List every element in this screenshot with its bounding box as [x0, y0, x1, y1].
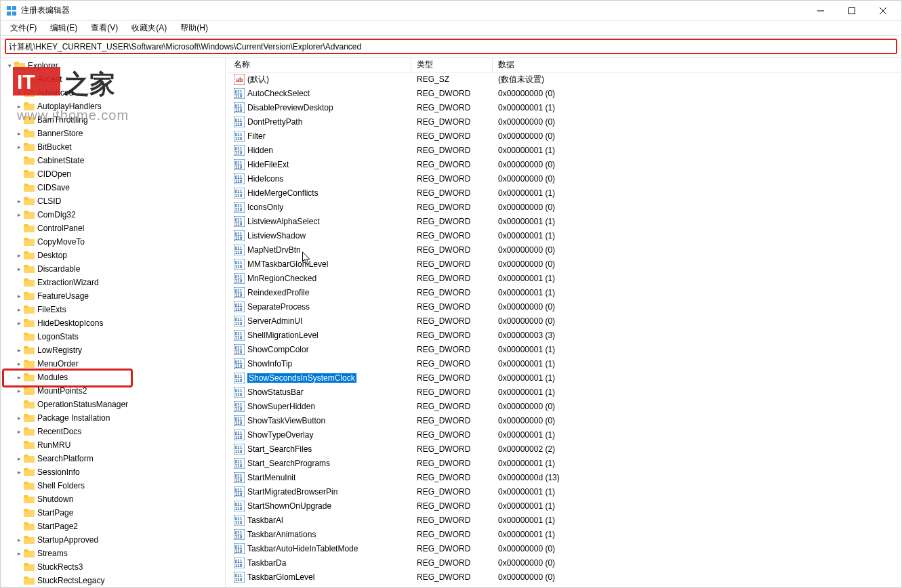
chevron-right-icon[interactable]: ▸ [14, 198, 24, 205]
chevron-right-icon[interactable]: ▸ [14, 76, 24, 83]
tree-item[interactable]: StartPage2 [1, 520, 225, 533]
column-header-name[interactable]: 名称 [228, 58, 411, 72]
list-row[interactable]: ShowSecondsInSystemClockREG_DWORD0x00000… [228, 371, 901, 385]
chevron-right-icon[interactable]: ▸ [14, 469, 24, 476]
tree-item[interactable]: ▸MountPoints2 [1, 384, 225, 398]
tree-item[interactable]: ControlPanel [1, 222, 225, 235]
chevron-right-icon[interactable]: ▸ [14, 320, 24, 327]
list-row[interactable]: TaskbarDaREG_DWORD0x00000000 (0) [228, 556, 901, 570]
list-row[interactable]: HideMergeConflictsREG_DWORD0x00000001 (1… [228, 186, 901, 201]
list-row[interactable]: ShowSuperHiddenREG_DWORD0x00000000 (0) [228, 400, 901, 414]
tree-item[interactable]: ▸BannerStore [1, 127, 225, 140]
list-row[interactable]: StartShownOnUpgradeREG_DWORD0x00000001 (… [228, 499, 901, 513]
chevron-right-icon[interactable]: ▸ [14, 103, 24, 110]
tree-item[interactable]: ▸LowRegistry [1, 343, 225, 357]
list-row[interactable]: ShellMigrationLevelREG_DWORD0x00000003 (… [228, 329, 901, 343]
tree-item[interactable]: ▸HideDesktopIcons [1, 316, 225, 330]
list-row[interactable]: ReindexedProfileREG_DWORD0x00000001 (1) [228, 286, 901, 300]
list-row[interactable]: HideFileExtREG_DWORD0x00000000 (0) [228, 158, 901, 172]
chevron-right-icon[interactable]: ▸ [14, 428, 24, 435]
list-row[interactable]: HideIconsREG_DWORD0x00000000 (0) [228, 172, 901, 186]
tree-item[interactable]: ▸ComDlg32 [1, 208, 225, 222]
list-row[interactable]: ShowTypeOverlayREG_DWORD0x00000001 (1) [228, 428, 901, 442]
tree-item[interactable]: ▸Streams [1, 547, 225, 560]
address-input[interactable] [6, 42, 896, 53]
list-row[interactable]: TaskbarGlomLevelREG_DWORD0x00000000 (0) [228, 570, 901, 585]
chevron-right-icon[interactable]: ▸ [14, 550, 24, 557]
chevron-right-icon[interactable]: ▸ [14, 387, 24, 394]
column-header-type[interactable]: 类型 [411, 58, 493, 72]
menu-favorites[interactable]: 收藏夹(A) [125, 21, 173, 35]
tree-item[interactable]: CIDSave [1, 181, 225, 194]
list-row[interactable]: FilterREG_DWORD0x00000000 (0) [228, 129, 901, 144]
tree-item[interactable]: ▸Desktop [1, 249, 225, 262]
close-button[interactable] [867, 1, 899, 21]
tree-item[interactable]: ▸SearchPlatform [1, 452, 225, 465]
tree-item[interactable]: Shutdown [1, 492, 225, 506]
menu-help[interactable]: 帮助(H) [173, 21, 215, 35]
chevron-right-icon[interactable]: ▸ [14, 211, 24, 218]
list-row[interactable]: StartMenuInitREG_DWORD0x0000000d (13) [228, 471, 901, 485]
chevron-right-icon[interactable]: ▸ [14, 306, 24, 313]
list-row[interactable]: ShowCompColorREG_DWORD0x00000001 (1) [228, 343, 901, 357]
list-row[interactable]: TaskbarAutoHideInTabletModeREG_DWORD0x00… [228, 542, 901, 556]
tree-item[interactable]: CopyMoveTo [1, 235, 225, 249]
tree-item[interactable]: ▸SessionInfo [1, 465, 225, 479]
tree-item[interactable]: ▸Accent [1, 72, 225, 86]
chevron-down-icon[interactable]: ▾ [5, 62, 14, 69]
chevron-right-icon[interactable]: ▸ [14, 89, 24, 96]
list-row[interactable]: Start_SearchFilesREG_DWORD0x00000002 (2) [228, 442, 901, 457]
list-row[interactable]: DontPrettyPathREG_DWORD0x00000000 (0) [228, 115, 901, 129]
list-row[interactable]: ListviewAlphaSelectREG_DWORD0x00000001 (… [228, 215, 901, 229]
tree-item[interactable]: ▸Discardable [1, 262, 225, 276]
tree-pane[interactable]: IT 之家 www.ithome.com ▾Explorer▸Accent▸Ad… [1, 58, 226, 588]
menu-edit[interactable]: 编辑(E) [43, 21, 84, 35]
chevron-right-icon[interactable]: ▸ [14, 537, 24, 543]
tree-item[interactable]: Shell Folders [1, 479, 225, 492]
list-row[interactable]: StartMigratedBrowserPinREG_DWORD0x000000… [228, 485, 901, 499]
menu-file[interactable]: 文件(F) [3, 21, 43, 35]
tree-item[interactable]: ▸StartupApproved [1, 533, 225, 547]
list-row[interactable]: MMTaskbarGlomLevelREG_DWORD0x00000000 (0… [228, 257, 901, 272]
chevron-right-icon[interactable]: ▸ [14, 144, 24, 150]
list-row[interactable]: DisablePreviewDesktopREG_DWORD0x00000001… [228, 101, 901, 115]
tree-item[interactable]: ▸Advanced [1, 86, 225, 100]
list-row[interactable]: Start_SearchProgramsREG_DWORD0x00000001 … [228, 457, 901, 471]
tree-item[interactable]: StuckRects3 [1, 560, 225, 574]
chevron-right-icon[interactable]: ▸ [14, 374, 24, 381]
tree-item[interactable]: ExtractionWizard [1, 276, 225, 289]
tree-item[interactable]: BamThrottling [1, 113, 225, 127]
list-row[interactable]: MapNetDrvBtnREG_DWORD0x00000000 (0) [228, 243, 901, 257]
maximize-button[interactable] [836, 1, 867, 21]
tree-item[interactable]: StartPage [1, 506, 225, 520]
tree-item[interactable]: ▸CLSID [1, 194, 225, 208]
menu-view[interactable]: 查看(V) [84, 21, 125, 35]
list-row[interactable]: TaskbarAnimationsREG_DWORD0x00000001 (1) [228, 528, 901, 542]
list-row[interactable]: TaskbarAlREG_DWORD0x00000001 (1) [228, 513, 901, 528]
tree-item[interactable]: RunMRU [1, 438, 225, 452]
chevron-right-icon[interactable]: ▸ [14, 415, 24, 421]
tree-item[interactable]: OperationStatusManager [1, 398, 225, 411]
tree-item[interactable]: ▸RecentDocs [1, 425, 225, 438]
column-header-data[interactable]: 数据 [493, 58, 901, 72]
tree-item[interactable]: ▾Explorer [1, 59, 225, 72]
list-row[interactable]: ServerAdminUIREG_DWORD0x00000000 (0) [228, 314, 901, 329]
minimize-button[interactable] [805, 1, 836, 21]
list-row[interactable]: ShowInfoTipREG_DWORD0x00000001 (1) [228, 357, 901, 371]
list-row[interactable]: IconsOnlyREG_DWORD0x00000000 (0) [228, 201, 901, 215]
list-row[interactable]: AutoCheckSelectREG_DWORD0x00000000 (0) [228, 87, 901, 101]
tree-item[interactable]: ▸BitBucket [1, 140, 225, 154]
tree-item[interactable]: CIDOpen [1, 167, 225, 181]
list-row[interactable]: SeparateProcessREG_DWORD0x00000000 (0) [228, 300, 901, 314]
tree-item[interactable]: ▸FileExts [1, 303, 225, 316]
chevron-right-icon[interactable]: ▸ [14, 360, 24, 367]
tree-item[interactable]: ▸AutoplayHandlers [1, 100, 225, 113]
chevron-right-icon[interactable]: ▸ [14, 455, 24, 462]
list-row[interactable]: MnRegionCheckedREG_DWORD0x00000001 (1) [228, 272, 901, 286]
tree-item[interactable]: ▸Package Installation [1, 411, 225, 425]
list-row[interactable]: (默认)REG_SZ(数值未设置) [228, 72, 901, 87]
tree-item[interactable]: ▸Modules [1, 371, 225, 384]
chevron-right-icon[interactable]: ▸ [14, 130, 24, 137]
list-row[interactable]: ListviewShadowREG_DWORD0x00000001 (1) [228, 229, 901, 243]
tree-item[interactable]: ▸FeatureUsage [1, 289, 225, 303]
